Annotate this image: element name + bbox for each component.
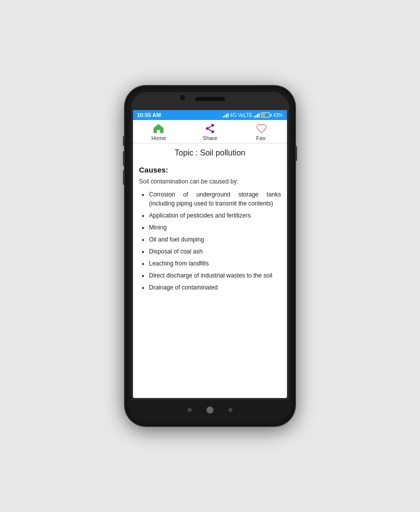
- silent-button: [123, 170, 125, 185]
- svg-point-2: [212, 130, 214, 134]
- back-button[interactable]: [188, 408, 192, 412]
- phone-device: 10:55 AM 4G VoLTE: [125, 86, 295, 426]
- causes-heading: Causes:: [139, 166, 281, 174]
- fav-icon: [256, 123, 267, 134]
- nav-bar: Home Share Fav.: [133, 120, 287, 144]
- recents-button[interactable]: [228, 408, 232, 412]
- volume-up-button: [123, 136, 125, 146]
- screen-content: 10:55 AM 4G VoLTE: [133, 110, 287, 398]
- page-title: Topic : Soil pollution: [139, 148, 281, 160]
- home-nav-item[interactable]: Home: [144, 123, 174, 141]
- list-item: Oil and fuel dumping: [149, 235, 281, 244]
- list-item: Corrosion of underground storage tanks (…: [149, 190, 281, 208]
- battery-percent: 43%: [273, 112, 283, 118]
- content-area[interactable]: Topic : Soil pollution Causes: Soil cont…: [133, 144, 287, 398]
- share-nav-item[interactable]: Share: [195, 123, 225, 141]
- signal-icon-2: [254, 112, 260, 118]
- network-type: 4G VoLTE: [230, 112, 252, 118]
- bottom-nav-area: [131, 400, 289, 420]
- power-button: [295, 146, 297, 161]
- list-item: Drainage of contaminated: [149, 283, 281, 292]
- list-item: Application of pesticides and fertilizer…: [149, 211, 281, 220]
- front-camera: [180, 95, 185, 100]
- earpiece: [195, 97, 225, 101]
- list-item: Mining: [149, 223, 281, 232]
- fav-label: Fav.: [256, 135, 266, 141]
- svg-point-1: [206, 127, 209, 130]
- status-indicators: 4G VoLTE 43%: [223, 112, 283, 118]
- intro-text: Soil contamination can be caused by:: [139, 178, 281, 185]
- list-item: Disposal of coal ash: [149, 247, 281, 256]
- causes-list: Corrosion of underground storage tanks (…: [139, 190, 281, 292]
- svg-point-0: [212, 124, 214, 127]
- home-label: Home: [152, 135, 166, 141]
- share-icon: [204, 123, 216, 134]
- signal-icon: [223, 112, 228, 118]
- svg-line-3: [208, 129, 212, 131]
- list-item: Leaching from landfills: [149, 259, 281, 268]
- battery-indicator: [261, 112, 272, 118]
- phone-screen: 10:55 AM 4G VoLTE: [131, 92, 289, 420]
- volume-down-button: [123, 151, 125, 166]
- home-icon: [152, 123, 164, 134]
- status-time: 10:55 AM: [137, 112, 161, 118]
- fav-nav-item[interactable]: Fav.: [246, 123, 276, 141]
- status-bar: 10:55 AM 4G VoLTE: [133, 110, 287, 120]
- home-button[interactable]: [206, 406, 214, 414]
- list-item: Direct discharge of industrial wastes to…: [149, 271, 281, 280]
- share-label: Share: [202, 135, 217, 141]
- svg-line-4: [208, 126, 212, 128]
